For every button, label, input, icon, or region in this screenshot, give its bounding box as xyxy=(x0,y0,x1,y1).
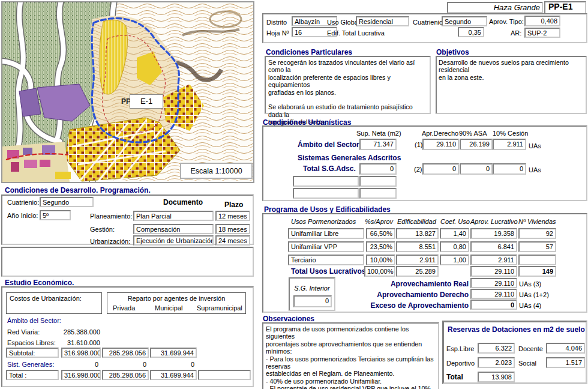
ambito-cesion[interactable]: 2.911 xyxy=(493,139,526,150)
desarrollo-cuatrienio-label: Cuatrienio: xyxy=(7,199,39,206)
table-row-edif[interactable]: 8.551 xyxy=(396,241,439,252)
ar-input[interactable]: SUP-2 xyxy=(524,28,560,38)
estudio-total[interactable]: 316.998.000 xyxy=(61,370,101,380)
table-row-aprov[interactable]: 19.358 xyxy=(470,228,517,239)
exceso-value[interactable]: 0 xyxy=(470,300,517,310)
table-row-pct[interactable]: 10,00% xyxy=(366,255,395,265)
uso-global-label: Uso Global xyxy=(327,19,359,26)
exceso-unit: UAs (4) xyxy=(519,302,541,309)
ambito-ref: (1) xyxy=(415,141,422,148)
urbanizacion-doc-input[interactable]: Ejecución de Urbanización xyxy=(133,235,214,246)
total-aprov[interactable]: 29.110 xyxy=(470,266,517,277)
table-row-viviendas[interactable]: 57 xyxy=(518,241,556,252)
gestion-plazo-input[interactable]: 18 meses xyxy=(215,224,250,234)
total-pct[interactable]: 100,00% xyxy=(364,266,395,277)
table-row-coef[interactable]: 0,80 xyxy=(440,241,469,252)
table-row-aprov[interactable]: 6.841 xyxy=(470,241,517,252)
table-row-viviendas[interactable] xyxy=(518,255,556,265)
ambito-sup-neta[interactable]: 71.347 xyxy=(359,139,397,150)
observaciones-text: El programa de usos pormenorizados conti… xyxy=(266,325,436,389)
plazo-header: Plazo xyxy=(224,201,243,208)
esp-libre-label: Esp.Libre xyxy=(446,345,474,352)
asa-header: 90% ASA xyxy=(459,130,487,137)
table-row-viviendas[interactable]: 92 xyxy=(518,228,556,239)
espacios-libres-value: 31.610.000 xyxy=(51,339,100,346)
aprov-tipo-input[interactable]: 0,408 xyxy=(524,16,560,26)
table-row-coef[interactable]: 1,40 xyxy=(440,228,469,239)
ambito-apr-derecho[interactable]: 29.110 xyxy=(422,139,459,150)
edif-total-label: Edif. Total Lucrativa xyxy=(327,29,385,37)
total-sg-apr-derecho[interactable]: 0 xyxy=(422,163,459,175)
red-viaria-value: 285.388.000 xyxy=(51,328,100,336)
aprov-real-unit: UAs (3) xyxy=(519,280,541,288)
sg-adscrito-name-input-1[interactable] xyxy=(293,176,359,187)
sist-generales-total: 0 xyxy=(60,361,98,368)
cuatrienio-label: Cuatrienio: xyxy=(413,19,445,26)
table-row-pct[interactable]: 23,50% xyxy=(366,241,395,252)
subtotal-municipal[interactable]: 31.699.944 xyxy=(150,348,197,358)
table-row-pct[interactable]: 66,50% xyxy=(366,228,395,239)
subtotal-privada[interactable]: 285.298.056 xyxy=(102,348,149,358)
ar-label: AR: xyxy=(511,29,521,37)
total-sg-sup-neta[interactable]: 0 xyxy=(359,163,397,175)
aprov-derecho-unit: UAs (1+2) xyxy=(519,291,549,298)
table-row-aprov[interactable]: 2.911 xyxy=(470,255,517,265)
social-value[interactable]: 1.517 xyxy=(546,357,585,368)
sg-adscrito-name-input-2[interactable] xyxy=(293,188,359,199)
gestion-doc-input[interactable]: Compensación xyxy=(133,224,214,234)
edificabilidad-header: Edificabilidad xyxy=(397,218,436,225)
hoja-label: Hoja Nº xyxy=(266,29,289,37)
total-sg-asa[interactable]: 0 xyxy=(460,163,493,175)
planeamiento-plazo-input[interactable]: 12 meses xyxy=(215,211,250,221)
reservas-total-value[interactable]: 13.908 xyxy=(478,372,515,382)
edif-total-input[interactable]: 0,35 xyxy=(458,27,484,37)
sg-adscrito-value-input-2[interactable] xyxy=(359,188,397,199)
notes-empty-panel[interactable] xyxy=(1,247,254,277)
aprov-derecho-value[interactable]: 29.110 xyxy=(470,289,517,299)
table-row-edif[interactable]: 13.827 xyxy=(396,228,439,239)
zoning-map-graphic xyxy=(2,2,253,182)
ano-inicio-input[interactable]: 5º xyxy=(40,210,71,220)
reservas-total-label: Total xyxy=(446,373,463,381)
ambito-unit: UAs xyxy=(529,142,541,149)
table-row-edif[interactable]: 2.911 xyxy=(396,255,439,265)
urbanizacion-plazo-input[interactable]: 24 meses xyxy=(215,235,250,246)
cuatrienio-input[interactable]: Segundo xyxy=(442,16,487,26)
uso-global-input[interactable]: Residencial xyxy=(356,16,409,26)
subtotal-total[interactable]: 316.998.000 xyxy=(61,348,101,358)
esp-libre-value[interactable]: 6.322 xyxy=(478,343,515,354)
total-sg-cesion[interactable]: 0 xyxy=(493,163,526,175)
condiciones-particulares-title: Condiciones Particulares xyxy=(266,48,352,56)
table-row-uso[interactable]: Unifamiliar VPP xyxy=(288,241,364,252)
docente-label: Docente xyxy=(518,345,543,352)
sg-interior-input[interactable]: 0 xyxy=(293,295,332,307)
project-name-field[interactable]: Haza Grande xyxy=(447,2,543,13)
pct-header: %s/Aprov xyxy=(365,218,393,225)
observaciones-title: Observaciones xyxy=(263,315,314,323)
estudio-total-supra-empty[interactable] xyxy=(198,370,251,380)
table-row-coef[interactable]: 1,00 xyxy=(440,255,469,265)
aprov-real-label: Aprovechamiento Real xyxy=(361,280,469,288)
aprov-real-value[interactable]: 29.110 xyxy=(470,278,517,288)
zoning-map[interactable] xyxy=(1,1,254,183)
table-row-uso[interactable]: Unifamiliar Libre xyxy=(288,228,364,239)
sg-adscrito-value-input-1[interactable] xyxy=(359,176,397,187)
gestion-label: Gestión: xyxy=(90,226,115,233)
docente-value[interactable]: 4.046 xyxy=(546,343,585,354)
urbanizacion-label: Urbanización: xyxy=(90,238,130,245)
planeamiento-doc-input[interactable]: Plan Parcial xyxy=(133,211,214,221)
total-edif[interactable]: 25.289 xyxy=(396,266,439,277)
sup-neta-header: Sup. Neta (m2) xyxy=(356,130,401,137)
estudio-total-privada[interactable]: 285.298.056 xyxy=(102,370,149,380)
exceso-label: Exceso de Aprovechamiento xyxy=(361,302,469,309)
desarrollo-cuatrienio-input[interactable]: Segundo xyxy=(40,197,94,207)
total-viviendas[interactable]: 149 xyxy=(518,266,556,277)
project-code-field[interactable]: PP-E1 xyxy=(544,1,586,14)
programa-title: Programa de Usos y Edificabilidades xyxy=(264,205,391,214)
ambito-asa[interactable]: 26.199 xyxy=(460,139,493,150)
deportivo-value[interactable]: 2.023 xyxy=(478,357,515,368)
estudio-ambito-label: Ámbito del Sector: xyxy=(7,317,61,324)
table-row-uso[interactable]: Terciario xyxy=(288,255,364,265)
reservas-title: Reservas de Dotaciones en m2 de suelo xyxy=(448,325,585,334)
estudio-total-municipal[interactable]: 31.699.944 xyxy=(150,370,197,380)
